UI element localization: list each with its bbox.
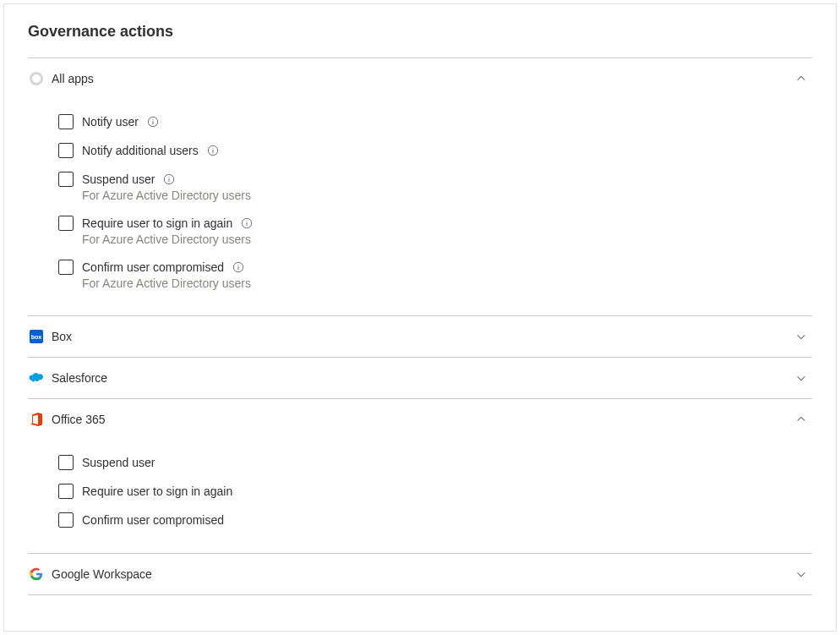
info-icon[interactable] [232, 261, 244, 273]
chevron-up-icon [795, 413, 807, 425]
checkbox-require-signin[interactable] [58, 216, 74, 231]
option-notify-user: Notify user [58, 107, 812, 136]
office365-icon [28, 411, 45, 428]
salesforce-icon [28, 370, 45, 386]
svg-point-14 [238, 265, 239, 265]
svg-point-11 [247, 221, 248, 222]
section-title-salesforce: Salesforce [52, 371, 795, 385]
section-header-all-apps[interactable]: All apps [28, 58, 812, 99]
section-header-salesforce[interactable]: Salesforce [28, 358, 812, 398]
section-header-google-workspace[interactable]: Google Workspace [28, 554, 812, 594]
chevron-down-icon [795, 331, 807, 342]
svg-text:box: box [31, 334, 42, 340]
checkbox-o365-confirm-compromised[interactable] [58, 512, 74, 528]
label-o365-suspend: Suspend user [82, 456, 155, 469]
checkbox-notify-additional[interactable] [58, 143, 74, 158]
checkbox-suspend-user[interactable] [58, 172, 74, 187]
info-icon[interactable] [241, 217, 253, 229]
section-body-all-apps: Notify user Notify additional users [28, 99, 812, 315]
label-notify-user: Notify user [82, 115, 139, 129]
section-box: box Box [28, 316, 812, 358]
checkbox-o365-require-signin[interactable] [58, 484, 74, 499]
section-office365: Office 365 Suspend user Require user to … [28, 399, 812, 554]
option-suspend-user: Suspend user For Azure Active Directory … [58, 165, 812, 209]
option-o365-require-signin: Require user to sign in again [58, 477, 812, 506]
info-icon[interactable] [163, 173, 175, 185]
option-o365-confirm-compromised: Confirm user compromised [58, 506, 812, 534]
chevron-down-icon [795, 568, 807, 580]
box-icon: box [28, 328, 45, 345]
svg-point-8 [169, 177, 170, 178]
option-confirm-compromised: Confirm user compromised For Azure Activ… [58, 253, 812, 297]
label-suspend-user: Suspend user [82, 172, 155, 186]
section-header-box[interactable]: box Box [28, 316, 812, 357]
checkbox-o365-suspend[interactable] [58, 455, 74, 470]
panel-title: Governance actions [28, 23, 812, 41]
section-salesforce: Salesforce [28, 358, 812, 399]
section-title-google-workspace: Google Workspace [52, 567, 795, 581]
svg-point-2 [152, 119, 153, 120]
option-notify-additional: Notify additional users [58, 136, 812, 165]
checkbox-notify-user[interactable] [58, 114, 74, 129]
google-icon [28, 566, 45, 583]
info-icon[interactable] [147, 116, 159, 128]
section-title-all-apps: All apps [52, 72, 795, 85]
subtext-suspend-user: For Azure Active Directory users [82, 189, 812, 202]
label-o365-require-signin: Require user to sign in again [82, 484, 232, 498]
chevron-down-icon [795, 372, 807, 384]
section-title-office365: Office 365 [52, 413, 795, 426]
allapps-icon [28, 70, 45, 87]
subtext-require-signin: For Azure Active Directory users [82, 233, 812, 246]
chevron-up-icon [795, 73, 807, 85]
svg-point-5 [212, 148, 213, 149]
info-icon[interactable] [207, 145, 219, 156]
label-notify-additional: Notify additional users [82, 144, 199, 157]
section-title-box: Box [52, 330, 795, 343]
option-require-signin: Require user to sign in again For Azure … [58, 209, 812, 253]
option-o365-suspend: Suspend user [58, 448, 812, 477]
section-body-office365: Suspend user Require user to sign in aga… [28, 440, 812, 553]
label-require-signin: Require user to sign in again [82, 216, 232, 230]
section-all-apps: All apps Notify user Notify additional u [28, 57, 812, 316]
section-google-workspace: Google Workspace [28, 554, 812, 595]
section-header-office365[interactable]: Office 365 [28, 399, 812, 440]
governance-actions-panel: Governance actions All apps Notify user [3, 3, 837, 632]
label-o365-confirm-compromised: Confirm user compromised [82, 513, 224, 527]
label-confirm-compromised: Confirm user compromised [82, 260, 224, 274]
subtext-confirm-compromised: For Azure Active Directory users [82, 276, 812, 290]
checkbox-confirm-compromised[interactable] [58, 260, 74, 275]
